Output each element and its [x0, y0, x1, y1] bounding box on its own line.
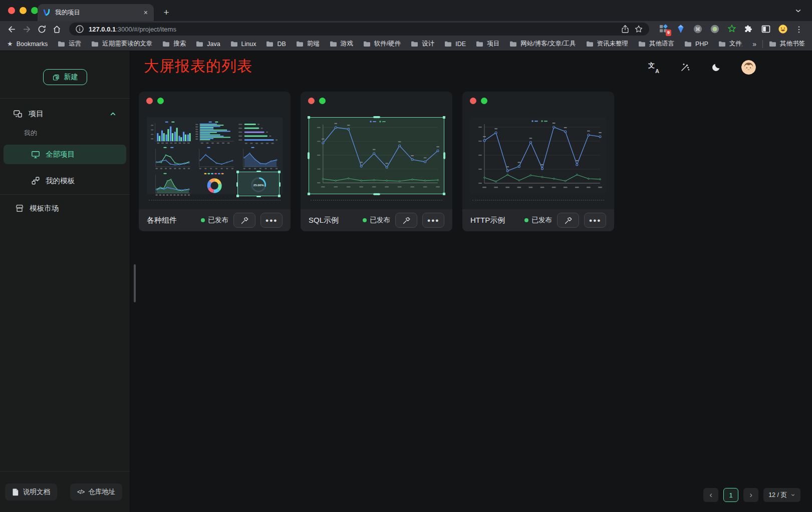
extension-badge: 9 — [666, 30, 671, 36]
selection-handle[interactable] — [256, 171, 261, 172]
bookmark-folder[interactable]: 设计 — [411, 40, 434, 48]
pagination: ‹ 1 › 12 / 页 — [703, 488, 800, 502]
new-project-button[interactable]: 新建 — [43, 69, 87, 85]
new-tab-button[interactable]: + — [159, 6, 173, 20]
bookmark-folder[interactable]: 网站/博客/文章/工具 — [509, 40, 576, 48]
extension-dot-icon[interactable] — [709, 24, 720, 35]
other-bookmarks[interactable]: 其他书签 — [769, 40, 805, 48]
side-panel-button[interactable] — [760, 24, 771, 35]
selection-handle[interactable] — [373, 193, 380, 195]
share-icon[interactable] — [621, 25, 630, 34]
selection-handle[interactable] — [443, 193, 445, 195]
selection-handle[interactable] — [308, 116, 310, 119]
bookmarks-overflow-chevron[interactable]: » — [752, 40, 756, 48]
selection-handle[interactable] — [308, 152, 310, 159]
new-project-label: 新建 — [64, 73, 78, 82]
card-thumbnail[interactable] — [470, 117, 606, 194]
extension-gem-icon[interactable] — [675, 24, 686, 35]
more-button[interactable]: ●●● — [422, 213, 444, 228]
docs-button[interactable]: 说明文档 — [5, 483, 57, 500]
repo-button[interactable]: </> 仓库地址 — [70, 483, 122, 500]
folder-icon — [718, 41, 726, 47]
minimize-window-button[interactable] — [20, 7, 27, 14]
bookmark-star-icon[interactable] — [634, 25, 643, 34]
bookmark-label: 其他语言 — [649, 40, 674, 48]
selection-handle[interactable] — [308, 193, 310, 195]
bookmark-folder[interactable]: 文件服务器 — [718, 40, 742, 48]
bookmark-folder[interactable]: 资讯未整理 — [586, 40, 629, 48]
tab-close-icon[interactable]: × — [143, 9, 149, 16]
address-bar[interactable]: 127.0.0.1:3000/#/project/items — [69, 23, 649, 36]
card-footer: 各种组件 已发布 ●●● — [139, 209, 291, 231]
extension-star-icon[interactable] — [726, 24, 737, 35]
bookmark-folder[interactable]: 软件/硬件 — [363, 40, 401, 48]
extension-grid-icon[interactable]: 9 — [658, 24, 669, 35]
tab-search-chevron-icon[interactable] — [794, 7, 802, 15]
bookmark-folder[interactable]: 前端 — [296, 40, 320, 48]
language-button[interactable]: 文 A — [648, 62, 659, 73]
bookmark-folder[interactable]: 其他语言 — [638, 40, 674, 48]
profile-avatar-button[interactable] — [777, 24, 788, 35]
sidebar-item-my-templates[interactable]: 我的模板 — [0, 171, 130, 190]
bookmark-folder[interactable]: Linux — [230, 41, 256, 48]
extension-command-icon[interactable]: ⌘ — [692, 24, 703, 35]
bookmark-label: Linux — [241, 41, 256, 48]
project-card[interactable]: HTTP示例 已发布 ●●● — [462, 92, 614, 231]
sidebar-item-all-projects[interactable]: 全部项目 — [4, 145, 126, 164]
close-window-button[interactable] — [8, 7, 15, 14]
bookmark-folder[interactable]: 近期需要读的文章 — [91, 40, 152, 48]
project-card[interactable]: SQL示例 已发布 ●●● — [301, 92, 452, 231]
fullscreen-window-button[interactable] — [31, 7, 38, 14]
selection-handle[interactable] — [278, 195, 281, 197]
bookmark-folder[interactable]: PHP — [684, 41, 708, 48]
reload-button[interactable] — [35, 23, 48, 36]
selection-handle[interactable] — [236, 171, 239, 173]
card-thumbnail[interactable] — [309, 117, 444, 194]
extensions-puzzle-button[interactable] — [743, 24, 754, 35]
bookmark-folder[interactable]: 项目 — [476, 40, 499, 48]
user-avatar[interactable] — [741, 60, 756, 75]
sidebar-item-template-market[interactable]: 模板市场 — [0, 200, 130, 217]
forward-button[interactable] — [20, 23, 33, 36]
info-icon[interactable] — [75, 25, 84, 34]
bookmark-folder[interactable]: DB — [266, 41, 286, 48]
chevron-up-icon[interactable] — [109, 110, 117, 118]
card-thumbnail[interactable]: 25.00% — [147, 117, 283, 194]
back-button[interactable] — [5, 23, 18, 36]
folder-icon — [684, 41, 692, 47]
current-page-button[interactable]: 1 — [723, 488, 738, 502]
browser-tab[interactable]: 我的项目 × — [38, 4, 154, 21]
next-page-button[interactable]: › — [743, 488, 758, 502]
more-button[interactable]: ●●● — [260, 213, 283, 228]
browser-menu-button[interactable]: ⋮ — [793, 25, 807, 34]
dot-circle-icon — [710, 24, 720, 34]
selection-handle[interactable] — [236, 195, 239, 197]
bookmark-folder[interactable]: IDE — [444, 41, 466, 48]
bookmark-folder[interactable]: 游戏 — [330, 40, 353, 48]
card-dots — [470, 98, 487, 104]
prev-page-button[interactable]: ‹ — [703, 488, 718, 502]
selection-handle[interactable] — [373, 116, 380, 118]
selection-handle[interactable] — [443, 116, 445, 119]
page-size-select[interactable]: 12 / 页 — [763, 488, 800, 502]
sidebar-group-project[interactable]: 项目 — [0, 105, 130, 123]
theme-wand-button[interactable] — [679, 62, 690, 73]
edit-button[interactable] — [395, 213, 417, 228]
command-circle-icon: ⌘ — [693, 24, 703, 34]
bookmark-folder[interactable]: 运营 — [58, 40, 81, 48]
project-card[interactable]: 25.00% 各种组件 已发布 — [139, 92, 291, 231]
home-button[interactable] — [50, 23, 63, 36]
edit-button[interactable] — [233, 213, 255, 228]
dark-mode-button[interactable] — [710, 62, 721, 73]
selection-handle[interactable] — [443, 152, 445, 159]
bookmark-folder[interactable]: 搜索 — [162, 40, 186, 48]
edit-button[interactable] — [557, 213, 579, 228]
selection-handle[interactable] — [279, 182, 281, 187]
mini-selected-gauge[interactable]: 25.00% — [237, 172, 280, 196]
bookmark-folder[interactable]: Java — [196, 41, 220, 48]
selection-handle[interactable] — [236, 182, 238, 187]
selection-handle[interactable] — [278, 171, 281, 173]
selection-handle[interactable] — [256, 196, 261, 197]
bookmarks-root[interactable]: ★ Bookmarks — [7, 40, 48, 48]
more-button[interactable]: ●●● — [584, 213, 606, 228]
